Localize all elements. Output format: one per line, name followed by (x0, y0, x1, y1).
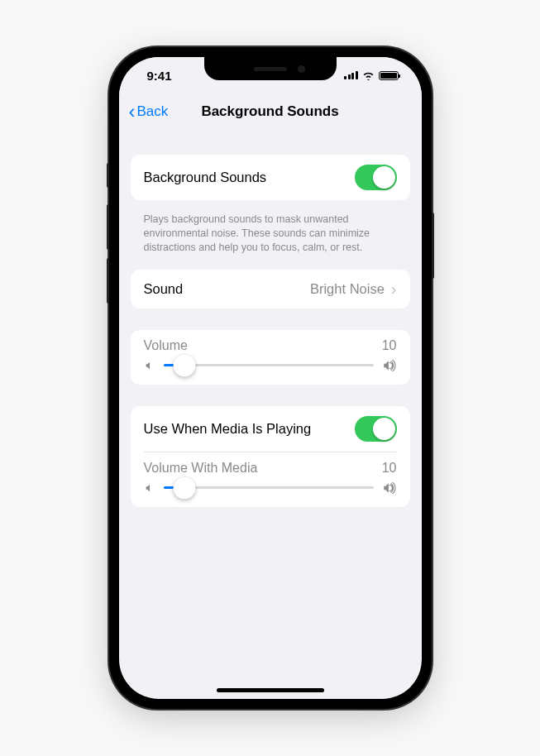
chevron-back-icon: ‹ (129, 102, 136, 122)
cellular-signal-icon (344, 71, 358, 79)
home-indicator[interactable] (217, 688, 324, 692)
background-sounds-description: Plays background sounds to mask unwanted… (131, 207, 410, 270)
navigation-bar: ‹ Back Background Sounds (119, 93, 422, 130)
use-when-media-row: Use When Media Is Playing (131, 406, 410, 452)
background-sounds-toggle-row: Background Sounds (131, 155, 410, 200)
wifi-icon (362, 71, 375, 80)
background-sounds-toggle[interactable] (355, 165, 397, 190)
background-sounds-card: Background Sounds (131, 155, 410, 200)
speaker-high-icon (382, 482, 397, 494)
volume-card: Volume 10 (131, 330, 410, 385)
speaker-low-icon (144, 360, 155, 371)
volume-with-media-value: 10 (382, 461, 397, 476)
volume-with-media-slider[interactable] (164, 486, 374, 489)
back-label: Back (137, 103, 169, 120)
sound-label: Sound (144, 281, 184, 297)
background-sounds-label: Background Sounds (144, 170, 267, 185)
chevron-right-icon: › (391, 280, 397, 299)
phone-frame: 9:41 ‹ Back Background Sounds (109, 47, 432, 709)
back-button[interactable]: ‹ Back (129, 102, 169, 122)
use-when-media-label: Use When Media Is Playing (144, 421, 312, 437)
use-when-media-toggle[interactable] (355, 416, 397, 442)
speaker-high-icon (382, 360, 397, 371)
notch (204, 57, 337, 80)
sound-value: Bright Noise (310, 281, 385, 297)
volume-slider[interactable] (164, 364, 374, 366)
volume-label: Volume (144, 338, 188, 353)
screen: 9:41 ‹ Back Background Sounds (119, 57, 422, 699)
battery-icon (379, 71, 399, 80)
sound-card: Sound Bright Noise › (131, 270, 410, 309)
sound-row[interactable]: Sound Bright Noise › (131, 270, 410, 309)
volume-value: 10 (382, 338, 397, 353)
media-card: Use When Media Is Playing Volume With Me… (131, 406, 410, 507)
status-time: 9:41 (147, 69, 172, 83)
speaker-low-icon (144, 482, 155, 494)
volume-with-media-label: Volume With Media (144, 461, 258, 476)
